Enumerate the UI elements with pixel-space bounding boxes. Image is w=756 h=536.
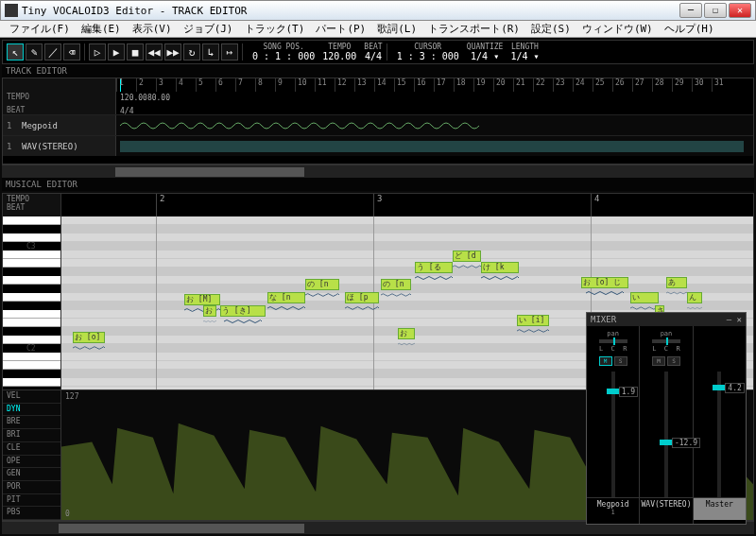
play-button[interactable]: ▶ bbox=[108, 43, 125, 61]
menu-item[interactable]: トラック(T) bbox=[239, 22, 311, 36]
mixer-title: MIXER bbox=[591, 315, 616, 324]
track-ruler[interactable]: 1234567891011121314151617181920212223242… bbox=[116, 78, 753, 92]
fader-handle[interactable] bbox=[713, 385, 726, 390]
me-bar-tick: 4 bbox=[591, 194, 599, 216]
fader-handle[interactable] bbox=[607, 389, 620, 394]
mixer-close-icon[interactable]: ✕ bbox=[737, 315, 742, 324]
piano-key[interactable] bbox=[3, 361, 60, 370]
solo-button[interactable]: S bbox=[614, 356, 627, 366]
quantize-value[interactable]: 1/4 ▾ bbox=[471, 51, 499, 61]
menu-item[interactable]: 表示(V) bbox=[127, 22, 178, 36]
piano-key[interactable] bbox=[3, 276, 60, 285]
track-row[interactable]: 1Megpoid bbox=[3, 114, 753, 135]
menu-item[interactable]: ヘルプ(H) bbox=[659, 22, 720, 36]
piano-key[interactable] bbox=[3, 353, 60, 361]
piano-keys[interactable]: C3C2 bbox=[3, 216, 61, 389]
piano-key[interactable] bbox=[3, 268, 38, 276]
piano-key[interactable] bbox=[3, 302, 38, 310]
fader-handle[interactable] bbox=[660, 440, 673, 445]
param-item-bre[interactable]: BRE bbox=[3, 416, 60, 429]
piano-key[interactable] bbox=[3, 293, 60, 302]
fader[interactable]: 4.2 bbox=[717, 372, 721, 497]
param-item-gen[interactable]: GEN bbox=[3, 468, 60, 481]
track-body[interactable] bbox=[116, 115, 753, 135]
fader[interactable]: 1.9 bbox=[611, 372, 615, 497]
param-item-por[interactable]: POR bbox=[3, 481, 60, 494]
close-button[interactable]: ✕ bbox=[729, 3, 751, 18]
menu-item[interactable]: 編集(E) bbox=[76, 22, 127, 36]
track-body[interactable] bbox=[116, 136, 753, 156]
mute-button[interactable]: M bbox=[652, 356, 665, 366]
menu-item[interactable]: ジョブ(J) bbox=[178, 22, 239, 36]
param-item-cle[interactable]: CLE bbox=[3, 442, 60, 456]
beat-label: BEAT bbox=[364, 43, 382, 51]
marker-button[interactable]: ↳ bbox=[202, 43, 219, 61]
fader[interactable]: -12.9 bbox=[664, 372, 668, 497]
channel-label: Master bbox=[694, 497, 746, 520]
menu-item[interactable]: 歌詞(L) bbox=[371, 22, 422, 36]
pan-control[interactable]: panL C R bbox=[652, 330, 680, 354]
mixer-channel: panL C RMS1.9Megpoid1 bbox=[587, 326, 640, 524]
piano-key[interactable] bbox=[3, 251, 60, 259]
piano-key[interactable] bbox=[3, 336, 60, 344]
pointer-tool[interactable]: ↖ bbox=[7, 43, 24, 61]
me-hscroll-thumb[interactable] bbox=[59, 524, 304, 533]
track-row[interactable]: 1WAV(STEREO) bbox=[3, 135, 753, 156]
track-hscroll[interactable] bbox=[2, 164, 754, 178]
titlebar: Tiny VOCALOID3 Editor - TRACK EDITOR ─ ☐… bbox=[0, 0, 756, 21]
piano-key[interactable] bbox=[3, 216, 60, 225]
param-list: VELDYNBREBRICLEOPEGENPORPITPBS bbox=[3, 390, 61, 520]
param-item-bri[interactable]: BRI bbox=[3, 429, 60, 442]
ruler-tick: 28 bbox=[652, 78, 664, 92]
menu-item[interactable]: ファイル(F) bbox=[4, 22, 76, 36]
param-min: 0 bbox=[65, 510, 70, 518]
mixer-window[interactable]: MIXER— ✕ panL C RMS1.9Megpoid1panL C RMS… bbox=[586, 312, 747, 525]
param-item-pbs[interactable]: PBS bbox=[3, 507, 60, 520]
mixer-minimize-icon[interactable]: — bbox=[727, 315, 731, 324]
minimize-button[interactable]: ─ bbox=[679, 3, 702, 18]
pan-control[interactable]: panL C R bbox=[599, 330, 627, 354]
app-icon bbox=[5, 4, 18, 17]
length-value[interactable]: 1/4 ▾ bbox=[510, 51, 539, 61]
skip-button[interactable]: ↦ bbox=[221, 43, 238, 61]
piano-key[interactable] bbox=[3, 233, 60, 242]
menu-item[interactable]: 設定(S) bbox=[525, 22, 576, 36]
line-tool[interactable]: ／ bbox=[44, 43, 61, 61]
piano-key[interactable] bbox=[3, 370, 38, 378]
ruler-tick: 2 bbox=[136, 78, 144, 92]
mute-button[interactable]: M bbox=[599, 356, 612, 366]
hscroll-thumb[interactable] bbox=[115, 167, 304, 177]
loop-button[interactable]: ↻ bbox=[183, 43, 200, 61]
menu-item[interactable]: トランスポート(R) bbox=[422, 22, 525, 36]
track-editor-label: TRACK EDITOR bbox=[2, 64, 754, 78]
piano-key[interactable] bbox=[3, 327, 38, 336]
piano-key[interactable] bbox=[3, 378, 60, 387]
param-item-dyn[interactable]: DYN bbox=[3, 404, 60, 417]
solo-button[interactable]: S bbox=[667, 356, 680, 366]
pencil-tool[interactable]: ✎ bbox=[26, 43, 43, 61]
track-head[interactable]: 1Megpoid bbox=[3, 115, 116, 135]
forward-button[interactable]: ▶▶ bbox=[164, 43, 181, 61]
param-item-ope[interactable]: OPE bbox=[3, 456, 60, 469]
piano-key[interactable]: C2 bbox=[3, 344, 38, 353]
piano-key[interactable]: C3 bbox=[3, 242, 38, 251]
stop-button[interactable]: ■ bbox=[127, 43, 144, 61]
piano-key[interactable] bbox=[3, 319, 60, 327]
piano-key[interactable] bbox=[3, 310, 60, 319]
piano-key[interactable] bbox=[3, 225, 38, 233]
piano-key[interactable] bbox=[3, 285, 38, 293]
me-ruler[interactable]: 234 bbox=[61, 194, 753, 216]
maximize-button[interactable]: ☐ bbox=[704, 3, 727, 18]
piano-key[interactable] bbox=[3, 259, 60, 268]
rewind-button[interactable]: ◀◀ bbox=[146, 43, 163, 61]
menu-item[interactable]: ウィンドウ(W) bbox=[576, 22, 659, 36]
erase-tool[interactable]: ⌫ bbox=[63, 43, 80, 61]
param-item-vel[interactable]: VEL bbox=[3, 390, 60, 404]
ruler-tick: 19 bbox=[473, 78, 486, 92]
menu-item[interactable]: パート(P) bbox=[310, 22, 371, 36]
ruler-tempo-val: 120.0080.00 bbox=[116, 94, 170, 102]
track-head[interactable]: 1WAV(STEREO) bbox=[3, 136, 116, 156]
ruler-tick: 1 bbox=[116, 78, 124, 92]
param-item-pit[interactable]: PIT bbox=[3, 494, 60, 508]
play-start-button[interactable]: ▷ bbox=[89, 43, 106, 61]
